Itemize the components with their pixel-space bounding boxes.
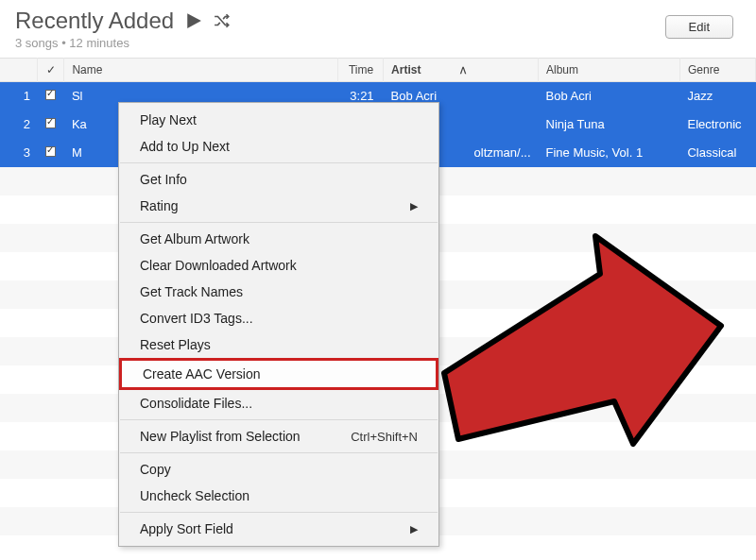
chevron-right-icon: ▶	[410, 523, 418, 535]
checkbox-icon[interactable]	[45, 90, 56, 100]
svg-marker-0	[187, 13, 201, 28]
menu-separator	[120, 222, 438, 223]
menu-get-tracks[interactable]: Get Track Names	[119, 279, 438, 305]
table-header: ✓ Name Time Artistᐱ Album Genre	[0, 59, 756, 82]
menu-rating[interactable]: Rating ▶	[119, 193, 438, 219]
subtitle: 3 songs • 12 minutes	[15, 36, 231, 50]
menu-separator	[120, 452, 438, 453]
menu-apply-sort[interactable]: Apply Sort Field ▶	[119, 516, 438, 542]
menu-separator	[120, 419, 438, 420]
col-check[interactable]: ✓	[38, 59, 64, 82]
menu-consolidate[interactable]: Consolidate Files...	[119, 390, 438, 416]
col-album[interactable]: Album	[539, 59, 680, 82]
col-genre[interactable]: Genre	[679, 59, 755, 82]
col-time[interactable]: Time	[338, 59, 384, 82]
header: Recently Added 3 songs • 12 minutes Edit	[0, 0, 756, 58]
shortcut-label: Ctrl+Shift+N	[351, 430, 418, 444]
checkbox-icon[interactable]	[45, 146, 56, 157]
annotation-arrow-icon	[430, 231, 732, 452]
menu-new-playlist[interactable]: New Playlist from Selection Ctrl+Shift+N	[119, 423, 438, 450]
edit-button[interactable]: Edit	[665, 15, 733, 39]
menu-clear-artwork[interactable]: Clear Downloaded Artwork	[119, 252, 438, 279]
shuffle-icon[interactable]	[214, 12, 231, 29]
menu-uncheck[interactable]: Uncheck Selection	[119, 483, 438, 509]
col-name[interactable]: Name	[64, 59, 338, 82]
play-icon[interactable]	[185, 12, 202, 29]
menu-copy[interactable]: Copy	[119, 456, 438, 483]
menu-reset-plays[interactable]: Reset Plays	[119, 331, 438, 358]
menu-add-up-next[interactable]: Add to Up Next	[119, 133, 438, 160]
menu-separator	[120, 162, 438, 163]
chevron-right-icon: ▶	[410, 200, 418, 212]
checkbox-icon[interactable]	[45, 118, 56, 128]
col-number[interactable]	[0, 59, 38, 82]
sort-asc-icon: ᐱ	[460, 66, 466, 76]
menu-get-info[interactable]: Get Info	[119, 166, 438, 193]
col-artist[interactable]: Artistᐱ	[384, 59, 539, 82]
menu-play-next[interactable]: Play Next	[119, 107, 438, 133]
menu-separator	[120, 512, 438, 513]
menu-get-artwork[interactable]: Get Album Artwork	[119, 226, 438, 252]
context-menu: Play Next Add to Up Next Get Info Rating…	[118, 102, 439, 547]
menu-create-aac[interactable]: Create AAC Version	[119, 358, 438, 390]
page-title: Recently Added	[15, 8, 174, 34]
menu-convert-id3[interactable]: Convert ID3 Tags...	[119, 305, 438, 331]
